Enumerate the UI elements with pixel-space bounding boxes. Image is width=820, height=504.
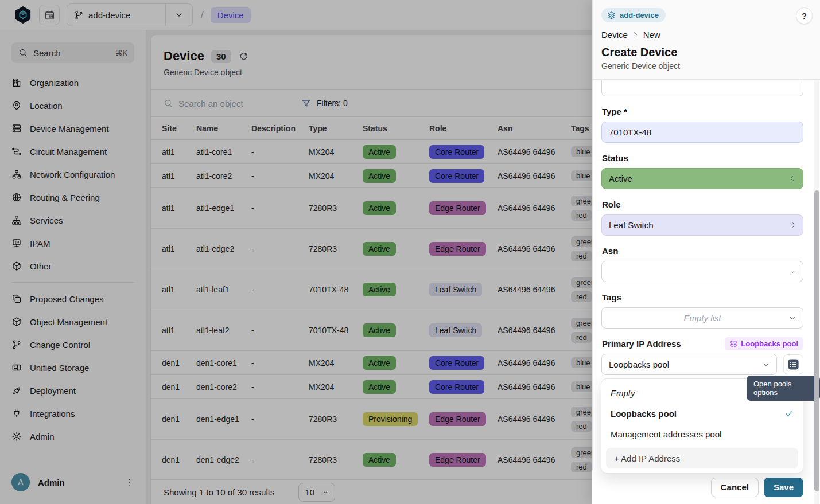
primary-ip-label: Primary IP Address [602, 339, 681, 349]
dropdown-option[interactable]: Loopbacks pool [601, 403, 803, 424]
dropdown-option-label: Loopbacks pool [611, 409, 677, 419]
panel-footer: Cancel Save [592, 470, 820, 504]
status-label: Status [602, 153, 803, 163]
chevron-down-icon [788, 268, 796, 276]
dropdown-option-label: Empty [611, 388, 635, 398]
panel-subtitle: Generic Device object [601, 61, 811, 71]
panel-breadcrumb: Device New [601, 30, 811, 40]
add-ip-address-button[interactable]: + Add IP Address [606, 448, 798, 468]
pool-chip-label: Loopbacks pool [741, 339, 798, 348]
branch-chip: add-device [601, 8, 666, 22]
pool-list-icon [787, 358, 800, 371]
asn-label: Asn [602, 246, 803, 256]
status-value: Active [609, 174, 632, 183]
dropdown-option[interactable]: Management addresses pool [601, 424, 803, 444]
asn-select[interactable] [601, 261, 803, 282]
chevron-right-icon [632, 31, 639, 38]
type-input[interactable]: 7010TX-48 [601, 122, 803, 143]
status-select[interactable]: Active [601, 168, 803, 189]
type-label: Type * [602, 107, 803, 116]
pools-tooltip: Open pools options [747, 376, 820, 401]
primary-ip-select[interactable]: Loopbacks pool [601, 354, 777, 375]
tags-label: Tags [602, 292, 803, 302]
layers-icon [607, 11, 616, 19]
panel-scrollbar-thumb[interactable] [814, 190, 819, 491]
unfold-icon [789, 221, 796, 229]
chevron-down-icon [788, 314, 796, 322]
help-button[interactable]: ? [796, 7, 813, 24]
panel-header: add-device ? Device New Create Device Ge… [593, 0, 820, 80]
chevron-down-icon [762, 361, 770, 369]
unfold-icon [789, 175, 796, 182]
breadcrumb-parent[interactable]: Device [601, 30, 628, 40]
breadcrumb-current: New [643, 30, 660, 40]
branch-chip-label: add-device [620, 11, 659, 19]
check-icon [784, 409, 794, 418]
primary-ip-value: Loopbacks pool [609, 360, 669, 369]
tags-select[interactable]: Empty list [601, 307, 803, 329]
role-label: Role [602, 200, 803, 209]
tags-placeholder: Empty list [683, 313, 721, 323]
open-pools-button[interactable] [783, 354, 803, 374]
role-value: Leaf Switch [609, 220, 654, 230]
save-button[interactable]: Save [764, 478, 803, 497]
cancel-button[interactable]: Cancel [711, 478, 759, 497]
clipped-field-above[interactable] [601, 80, 803, 96]
modal-dim-overlay[interactable] [0, 0, 592, 504]
panel-title: Create Device [601, 46, 811, 59]
grid-icon [730, 340, 737, 347]
type-value: 7010TX-48 [609, 127, 651, 137]
pool-chip: Loopbacks pool [725, 337, 803, 350]
role-select[interactable]: Leaf Switch [601, 214, 803, 236]
dropdown-option-label: Management addresses pool [611, 429, 721, 439]
